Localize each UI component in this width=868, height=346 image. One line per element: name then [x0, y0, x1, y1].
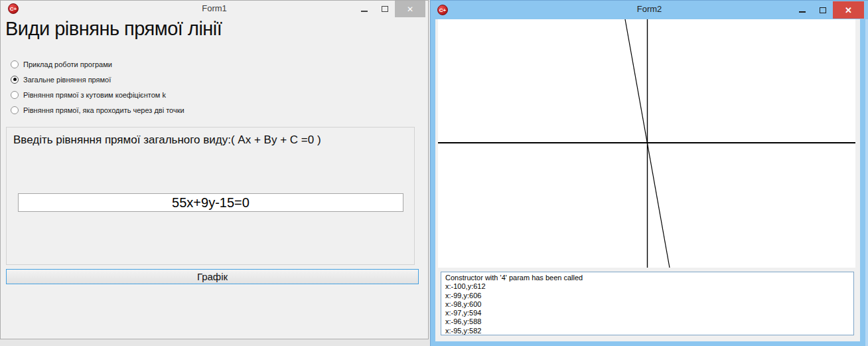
equation-input-panel: Введіть рівняння прямої загального виду:…: [6, 127, 415, 265]
radio-slope-equation[interactable]: Рівняння прямої з кутовим коефіцієнтом k: [11, 90, 166, 100]
list-item[interactable]: x:-97,y:594: [445, 309, 849, 317]
radio-button-icon: [11, 76, 19, 84]
form2-titlebar[interactable]: C+ Form2 ✕: [431, 1, 868, 19]
maximize-icon: [820, 7, 826, 13]
form2-client-area: Constructor with '4' param has been call…: [435, 19, 860, 341]
graph-button[interactable]: Графік: [6, 269, 419, 284]
radio-label: Рівняння прямої, яка проходить через дві…: [23, 106, 184, 114]
form1-window: C+ Form1 ✕ Види рівнянь прямої лінії При…: [0, 0, 429, 339]
radio-button-icon: [11, 60, 19, 68]
list-item[interactable]: x:-98,y:600: [445, 300, 849, 309]
radio-button-icon: [11, 91, 19, 99]
form2-maximize-button[interactable]: [812, 1, 833, 19]
radio-label: Приклад роботи програми: [23, 60, 112, 68]
maximize-icon: [382, 6, 388, 12]
form2-close-button[interactable]: ✕: [833, 1, 864, 19]
form1-maximize-button[interactable]: [374, 1, 395, 17]
radio-two-points-equation[interactable]: Рівняння прямої, яка проходить через дві…: [11, 105, 184, 115]
close-icon: ✕: [845, 5, 852, 15]
form1-close-button[interactable]: ✕: [395, 1, 425, 17]
window-edge-highlight: [865, 19, 868, 346]
form1-minimize-button[interactable]: [354, 1, 374, 17]
form2-window: C+ Form2 ✕ Constructor with '4' param ha…: [430, 0, 868, 346]
form2-minimize-button[interactable]: [792, 1, 812, 19]
list-item[interactable]: Constructor with '4' param has been call…: [445, 274, 849, 282]
radio-button-icon: [11, 106, 19, 114]
list-item[interactable]: x:-95,y:582: [445, 327, 849, 335]
close-icon: ✕: [407, 5, 413, 14]
list-item[interactable]: x:-96,y:588: [445, 317, 849, 326]
equation-prompt-label: Введіть рівняння прямої загального виду:…: [13, 133, 321, 147]
graph-canvas: [438, 19, 855, 268]
radio-label: Загальне рівняння прямої: [23, 76, 111, 84]
minimize-icon: [361, 11, 368, 12]
desktop: C+ Form1 ✕ Види рівнянь прямої лінії При…: [0, 0, 868, 346]
list-item[interactable]: x:-100,y:612: [445, 282, 849, 291]
line-plot: [438, 19, 855, 268]
coordinates-listbox[interactable]: Constructor with '4' param has been call…: [441, 272, 854, 335]
page-title: Види рівнянь прямої лінії: [5, 18, 222, 40]
equation-input[interactable]: [18, 193, 403, 212]
radio-label: Рівняння прямої з кутовим коефіцієнтом k: [23, 91, 166, 99]
minimize-icon: [799, 11, 806, 13]
radio-example-mode[interactable]: Приклад роботи програми: [11, 59, 112, 69]
form1-titlebar[interactable]: C+ Form1 ✕: [1, 1, 428, 17]
list-item[interactable]: x:-99,y:606: [445, 292, 849, 300]
radio-general-equation[interactable]: Загальне рівняння прямої: [11, 74, 111, 84]
